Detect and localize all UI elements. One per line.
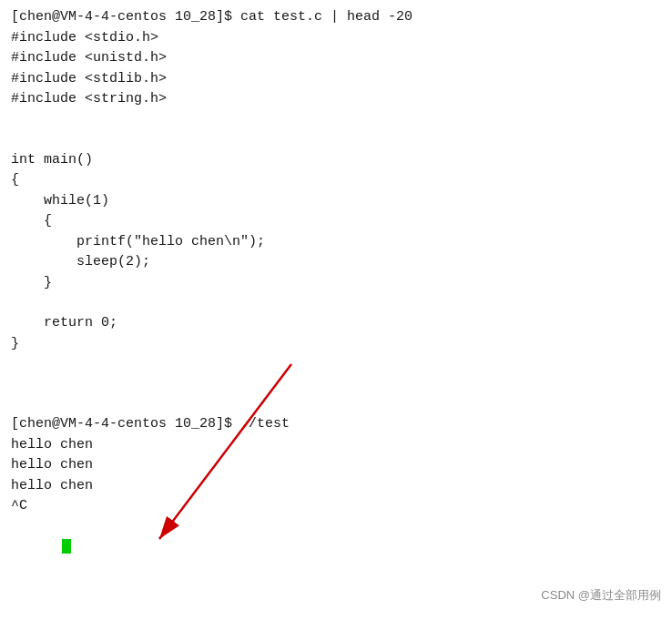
terminal-line: sleep(2); [11,252,661,273]
terminal-line: #include <stdio.h> [11,28,661,49]
empty-line [11,293,661,313]
watermark: CSDN @通过全部用例 [541,587,661,604]
terminal-line: #include <unistd.h> [11,48,661,69]
terminal-line: [chen@VM-4-4-centos 10_28]$ cat test.c |… [11,7,661,28]
terminal-line: int main() [11,150,661,171]
terminal-line: hello chen [11,455,661,476]
terminal-line: #include <string.h> [11,89,661,110]
terminal-line: printf("hello chen\n"); [11,232,661,253]
terminal-line: hello chen [11,476,661,497]
terminal-window: [chen@VM-4-4-centos 10_28]$ cat test.c |… [0,0,672,620]
empty-line [11,374,661,394]
terminal-line: return 0; [11,313,661,334]
empty-line [11,110,661,130]
terminal-line: ^C [11,496,661,517]
terminal-line: [chen@VM-4-4-centos 10_28]$ ./test [11,414,661,435]
cursor [62,539,71,554]
terminal-line: #include <stdlib.h> [11,69,661,90]
terminal-line: while(1) [11,191,661,212]
empty-line [11,130,661,150]
terminal-line: } [11,334,661,355]
terminal-line: { [11,170,661,191]
empty-line [11,394,661,414]
terminal-line: hello chen [11,435,661,456]
empty-line [11,354,661,374]
terminal-last-line [11,517,661,579]
terminal-line: { [11,211,661,232]
terminal-content: [chen@VM-4-4-centos 10_28]$ cat test.c |… [11,7,661,578]
terminal-line: } [11,273,661,294]
